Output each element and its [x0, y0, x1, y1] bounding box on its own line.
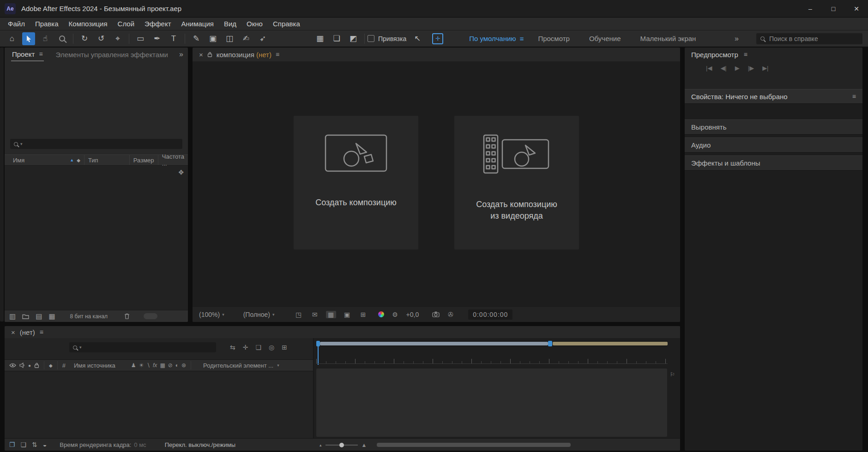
work-area-bar[interactable] [320, 342, 548, 345]
selection-tool-button[interactable] [22, 32, 35, 45]
effects-fx-icon[interactable]: fx [153, 362, 157, 369]
audio-speaker-icon[interactable] [19, 363, 25, 368]
orbit-camera-tool-button[interactable]: ↺ [93, 32, 109, 45]
pen-tool-button[interactable]: ✒ [149, 32, 165, 45]
properties-panel-menu-icon[interactable]: ≡ [852, 93, 856, 100]
menu-item-composition[interactable]: Композиция [64, 20, 113, 28]
magnification-dropdown[interactable]: (100%)▾ [199, 311, 224, 318]
first-frame-button[interactable]: |◀ [706, 65, 712, 71]
region-of-interest-button[interactable]: ✛ [432, 33, 443, 44]
maximize-button[interactable]: □ [822, 0, 845, 18]
composition-panel-menu-icon[interactable]: ≡ [276, 51, 279, 58]
workspace-default[interactable]: По умолчанию [469, 35, 516, 42]
help-search-input[interactable] [768, 35, 858, 43]
quality-icon[interactable]: ☀ [139, 362, 144, 369]
menu-item-edit[interactable]: Правка [30, 20, 64, 28]
parent-link-column[interactable]: Родительский элемент ... ▾ [203, 362, 279, 369]
menu-item-animation[interactable]: Анимация [176, 20, 219, 28]
composition-mini-flowchart-icon[interactable]: ⇆ [230, 344, 235, 351]
collapsed-panel-strip[interactable] [0, 48, 4, 321]
pan-behind-tool-button[interactable]: ⌖ [109, 32, 126, 45]
search-caret-icon[interactable]: ▾ [20, 142, 23, 146]
play-button[interactable]: ▶ [735, 65, 740, 71]
properties-panel-header[interactable]: Свойства: Ничего не выбрано ≡ [685, 89, 862, 104]
project-panel-menu-icon[interactable]: ≡ [39, 50, 42, 58]
delete-item-icon[interactable] [124, 313, 130, 319]
motion-blur-icon[interactable]: ⊞ [282, 344, 287, 351]
label-column-icon[interactable]: ◆ [49, 363, 53, 368]
zoom-tool-button[interactable] [54, 32, 70, 45]
hide-shy-layers-icon[interactable]: ❏ [255, 344, 261, 351]
current-timecode[interactable]: 0:00:00:00 [468, 309, 512, 320]
column-name[interactable]: Имя ▲ ◆ [5, 155, 84, 165]
column-size[interactable]: Размер [129, 155, 158, 165]
new-folder-icon[interactable] [22, 314, 29, 319]
mask-visibility-icon[interactable]: ▣ [342, 311, 352, 318]
expand-layers-icon[interactable]: ❐ [9, 441, 15, 448]
timeline-tab-label[interactable]: (нет) [20, 328, 35, 336]
menu-item-view[interactable]: Вид [219, 20, 241, 28]
channel-color-icon[interactable] [378, 311, 384, 317]
interpret-footage-icon[interactable]: ▥ [9, 313, 16, 320]
column-frame-rate[interactable]: Частота ... [158, 155, 188, 165]
project-tabs-overflow-icon[interactable]: » [179, 50, 183, 59]
always-preview-icon[interactable]: ◳ [294, 311, 304, 318]
solo-icon[interactable]: ● [28, 363, 31, 368]
comp-marker-bin-icon[interactable]: ⚐ [670, 371, 675, 378]
zoom-in-mountain-icon[interactable]: ▲ [362, 442, 367, 448]
source-name-column[interactable]: Имя источника [74, 362, 115, 369]
next-frame-button[interactable]: |▶ [748, 65, 754, 71]
snap-options-icon[interactable]: ↖ [409, 32, 426, 45]
project-flowchart-icon[interactable]: ❖ [178, 168, 184, 177]
tab-project[interactable]: Проект ≡ [11, 48, 44, 61]
menu-item-effect[interactable]: Эффект [139, 20, 176, 28]
label-column-icon[interactable]: ◆ [77, 158, 80, 163]
frame-blend-icon[interactable]: ∖ [146, 362, 150, 369]
project-settings-icon[interactable]: ▦ [48, 313, 55, 320]
zoom-out-mountain-icon[interactable]: ▴ [319, 443, 322, 447]
close-tab-icon[interactable]: × [11, 328, 15, 336]
close-button[interactable]: ✕ [845, 0, 868, 18]
timeline-search-input[interactable] [84, 344, 212, 351]
fast-previews-icon[interactable]: ⚙ [390, 311, 400, 318]
layer-switch-b-icon[interactable]: ❏ [328, 32, 345, 45]
rectangle-mask-tool-button[interactable]: ▭ [132, 32, 149, 45]
new-composition-icon[interactable]: ▤ [36, 313, 42, 320]
zoom-slider-thumb[interactable] [339, 443, 344, 447]
work-area-end-handle[interactable] [548, 341, 552, 346]
motion-blur-icon[interactable]: ▦ [160, 362, 165, 369]
last-frame-button[interactable]: ▶| [762, 65, 768, 71]
roto-brush-tool-button[interactable]: ✍ [238, 32, 254, 45]
home-button[interactable]: ⌂ [4, 32, 20, 45]
column-type[interactable]: Тип [84, 155, 129, 165]
show-snapshot-icon[interactable]: ✇ [446, 311, 456, 318]
puppet-pin-tool-button[interactable]: ➶ [254, 32, 271, 45]
composition-tab[interactable]: композиция (нет) [217, 51, 271, 59]
video-eye-icon[interactable] [9, 363, 16, 368]
search-caret-icon[interactable]: ▾ [79, 345, 82, 350]
transparency-grid-icon[interactable]: ▦ [326, 311, 336, 318]
lock-icon[interactable] [207, 52, 212, 57]
layer-switch-c-icon[interactable]: ◩ [345, 32, 362, 45]
new-composition-card[interactable]: Создать композицию [294, 116, 418, 250]
timeline-hscroll-thumb[interactable] [377, 443, 571, 447]
menu-item-help[interactable]: Справка [268, 20, 305, 28]
preview-panel-menu-icon[interactable]: ≡ [744, 51, 747, 58]
shy-icon[interactable]: ♟ [131, 362, 136, 369]
outside-work-area-bar[interactable] [553, 342, 668, 345]
clone-stamp-tool-button[interactable]: ▣ [205, 32, 221, 45]
draft-3d-icon[interactable]: ✛ [243, 344, 248, 351]
view-layout-icon[interactable]: ⊞ [358, 311, 368, 318]
menu-item-layer[interactable]: Слой [113, 20, 139, 28]
resolution-dropdown[interactable]: (Полное)▾ [243, 311, 275, 318]
layer-number-column[interactable]: # [62, 362, 66, 369]
snap-checkbox[interactable] [368, 35, 374, 42]
transfer-controls-icon[interactable]: ⇅ [32, 441, 37, 448]
menu-item-window[interactable]: Окно [241, 20, 268, 28]
tab-effect-controls[interactable]: Элементы управления эффектами [56, 51, 168, 59]
time-ruler[interactable] [316, 347, 668, 364]
timeline-panel-menu-icon[interactable]: ≡ [40, 328, 43, 336]
project-item-list[interactable]: ❖ [5, 166, 188, 310]
align-panel-header[interactable]: Выровнять [685, 119, 862, 135]
workspace-review[interactable]: Просмотр [538, 35, 570, 42]
